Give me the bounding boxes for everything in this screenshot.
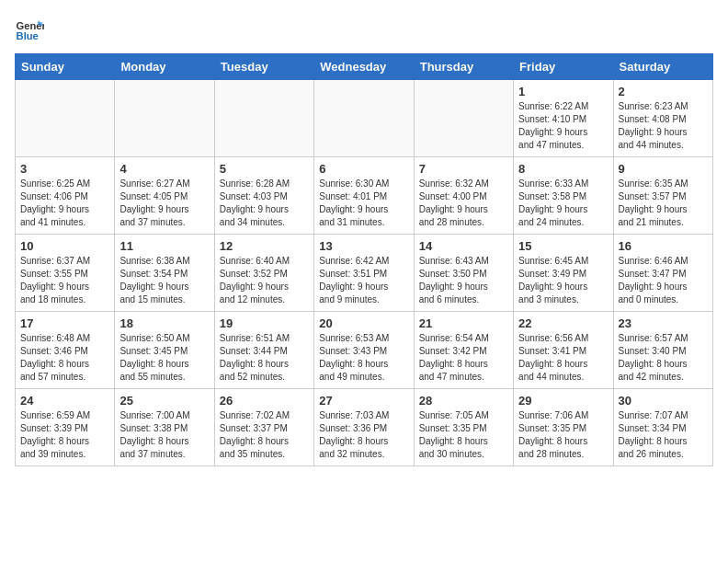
calendar-cell [214, 80, 313, 157]
day-info: Sunrise: 7:00 AM Sunset: 3:38 PM Dayligh… [119, 409, 209, 461]
day-info: Sunrise: 6:50 AM Sunset: 3:45 PM Dayligh… [119, 332, 209, 384]
day-info: Sunrise: 6:37 AM Sunset: 3:55 PM Dayligh… [20, 255, 109, 306]
calendar-cell: 15Sunrise: 6:45 AM Sunset: 3:49 PM Dayli… [514, 235, 613, 312]
calendar-header-row: SundayMondayTuesdayWednesdayThursdayFrid… [16, 54, 713, 80]
logo: General Blue [15, 15, 48, 44]
calendar-cell: 20Sunrise: 6:53 AM Sunset: 3:43 PM Dayli… [314, 312, 414, 389]
day-number: 1 [518, 85, 608, 98]
calendar-cell: 21Sunrise: 6:54 AM Sunset: 3:42 PM Dayli… [414, 312, 513, 389]
header: General Blue [15, 15, 713, 44]
day-number: 17 [20, 316, 109, 330]
day-number: 8 [518, 162, 608, 176]
header-monday: Monday [115, 54, 214, 80]
header-wednesday: Wednesday [314, 54, 414, 80]
day-number: 27 [319, 394, 408, 408]
calendar-cell: 16Sunrise: 6:46 AM Sunset: 3:47 PM Dayli… [613, 235, 712, 312]
day-info: Sunrise: 6:59 AM Sunset: 3:39 PM Dayligh… [20, 409, 109, 461]
day-number: 6 [319, 162, 408, 176]
day-info: Sunrise: 7:03 AM Sunset: 3:36 PM Dayligh… [319, 409, 408, 461]
day-info: Sunrise: 6:30 AM Sunset: 4:01 PM Dayligh… [319, 178, 408, 229]
day-info: Sunrise: 7:02 AM Sunset: 3:37 PM Dayligh… [220, 409, 309, 461]
day-number: 24 [20, 394, 109, 408]
day-info: Sunrise: 6:56 AM Sunset: 3:41 PM Dayligh… [518, 332, 608, 384]
week-row-3: 17Sunrise: 6:48 AM Sunset: 3:46 PM Dayli… [16, 312, 713, 389]
week-row-1: 3Sunrise: 6:25 AM Sunset: 4:06 PM Daylig… [16, 157, 713, 235]
calendar-cell: 6Sunrise: 6:30 AM Sunset: 4:01 PM Daylig… [314, 157, 414, 235]
calendar-cell: 13Sunrise: 6:42 AM Sunset: 3:51 PM Dayli… [314, 235, 414, 312]
day-number: 2 [619, 85, 708, 98]
day-number: 14 [419, 239, 508, 253]
day-info: Sunrise: 6:51 AM Sunset: 3:44 PM Dayligh… [220, 332, 309, 384]
day-number: 10 [20, 239, 109, 253]
header-saturday: Saturday [613, 54, 712, 80]
day-number: 16 [619, 239, 708, 253]
calendar-cell: 9Sunrise: 6:35 AM Sunset: 3:57 PM Daylig… [613, 157, 712, 235]
calendar-cell: 26Sunrise: 7:02 AM Sunset: 3:37 PM Dayli… [214, 389, 313, 466]
calendar-cell: 8Sunrise: 6:33 AM Sunset: 3:58 PM Daylig… [514, 157, 613, 235]
day-number: 30 [619, 394, 708, 408]
svg-text:Blue: Blue [17, 30, 39, 41]
day-info: Sunrise: 6:35 AM Sunset: 3:57 PM Dayligh… [619, 178, 708, 229]
day-number: 15 [518, 239, 608, 253]
day-number: 25 [119, 394, 209, 408]
day-number: 3 [20, 162, 109, 176]
day-info: Sunrise: 6:27 AM Sunset: 4:05 PM Dayligh… [119, 178, 209, 229]
header-sunday: Sunday [16, 54, 115, 80]
day-info: Sunrise: 7:06 AM Sunset: 3:35 PM Dayligh… [518, 409, 608, 461]
day-info: Sunrise: 6:48 AM Sunset: 3:46 PM Dayligh… [20, 332, 109, 384]
calendar-cell: 10Sunrise: 6:37 AM Sunset: 3:55 PM Dayli… [16, 235, 115, 312]
calendar-cell: 22Sunrise: 6:56 AM Sunset: 3:41 PM Dayli… [514, 312, 613, 389]
calendar-cell: 5Sunrise: 6:28 AM Sunset: 4:03 PM Daylig… [214, 157, 313, 235]
day-info: Sunrise: 7:07 AM Sunset: 3:34 PM Dayligh… [619, 409, 708, 461]
day-number: 21 [419, 316, 508, 330]
day-info: Sunrise: 6:57 AM Sunset: 3:40 PM Dayligh… [619, 332, 708, 384]
calendar-cell: 27Sunrise: 7:03 AM Sunset: 3:36 PM Dayli… [314, 389, 414, 466]
day-number: 11 [119, 239, 209, 253]
day-info: Sunrise: 6:40 AM Sunset: 3:52 PM Dayligh… [220, 255, 309, 306]
day-number: 20 [319, 316, 408, 330]
calendar-cell: 19Sunrise: 6:51 AM Sunset: 3:44 PM Dayli… [214, 312, 313, 389]
day-info: Sunrise: 6:22 AM Sunset: 4:10 PM Dayligh… [518, 100, 608, 152]
calendar-cell [16, 80, 115, 157]
day-number: 19 [220, 316, 309, 330]
day-info: Sunrise: 6:53 AM Sunset: 3:43 PM Dayligh… [319, 332, 408, 384]
calendar-cell: 3Sunrise: 6:25 AM Sunset: 4:06 PM Daylig… [16, 157, 115, 235]
day-info: Sunrise: 7:05 AM Sunset: 3:35 PM Dayligh… [419, 409, 508, 461]
day-info: Sunrise: 6:33 AM Sunset: 3:58 PM Dayligh… [518, 178, 608, 229]
day-info: Sunrise: 6:38 AM Sunset: 3:54 PM Dayligh… [119, 255, 209, 306]
day-info: Sunrise: 6:25 AM Sunset: 4:06 PM Dayligh… [20, 178, 109, 229]
day-number: 22 [518, 316, 608, 330]
day-number: 29 [518, 394, 608, 408]
day-info: Sunrise: 6:23 AM Sunset: 4:08 PM Dayligh… [619, 100, 708, 152]
day-info: Sunrise: 6:32 AM Sunset: 4:00 PM Dayligh… [419, 178, 508, 229]
calendar-cell: 23Sunrise: 6:57 AM Sunset: 3:40 PM Dayli… [613, 312, 712, 389]
day-number: 28 [419, 394, 508, 408]
day-number: 18 [119, 316, 209, 330]
svg-text:General: General [17, 20, 44, 31]
calendar-cell: 14Sunrise: 6:43 AM Sunset: 3:50 PM Dayli… [414, 235, 513, 312]
header-thursday: Thursday [414, 54, 513, 80]
day-info: Sunrise: 6:54 AM Sunset: 3:42 PM Dayligh… [419, 332, 508, 384]
logo-icon: General Blue [15, 15, 44, 44]
calendar-cell [115, 80, 214, 157]
calendar-cell: 25Sunrise: 7:00 AM Sunset: 3:38 PM Dayli… [115, 389, 214, 466]
calendar-cell: 24Sunrise: 6:59 AM Sunset: 3:39 PM Dayli… [16, 389, 115, 466]
calendar-cell: 18Sunrise: 6:50 AM Sunset: 3:45 PM Dayli… [115, 312, 214, 389]
header-tuesday: Tuesday [214, 54, 313, 80]
calendar-cell: 12Sunrise: 6:40 AM Sunset: 3:52 PM Dayli… [214, 235, 313, 312]
calendar-cell: 11Sunrise: 6:38 AM Sunset: 3:54 PM Dayli… [115, 235, 214, 312]
day-info: Sunrise: 6:43 AM Sunset: 3:50 PM Dayligh… [419, 255, 508, 306]
day-number: 5 [220, 162, 309, 176]
calendar-cell: 7Sunrise: 6:32 AM Sunset: 4:00 PM Daylig… [414, 157, 513, 235]
day-number: 26 [220, 394, 309, 408]
day-number: 12 [220, 239, 309, 253]
week-row-4: 24Sunrise: 6:59 AM Sunset: 3:39 PM Dayli… [16, 389, 713, 466]
calendar-cell: 17Sunrise: 6:48 AM Sunset: 3:46 PM Dayli… [16, 312, 115, 389]
day-number: 4 [119, 162, 209, 176]
day-number: 7 [419, 162, 508, 176]
day-info: Sunrise: 6:42 AM Sunset: 3:51 PM Dayligh… [319, 255, 408, 306]
calendar-cell [414, 80, 513, 157]
calendar-cell: 1Sunrise: 6:22 AM Sunset: 4:10 PM Daylig… [514, 80, 613, 157]
calendar-cell [314, 80, 414, 157]
week-row-0: 1Sunrise: 6:22 AM Sunset: 4:10 PM Daylig… [16, 80, 713, 157]
